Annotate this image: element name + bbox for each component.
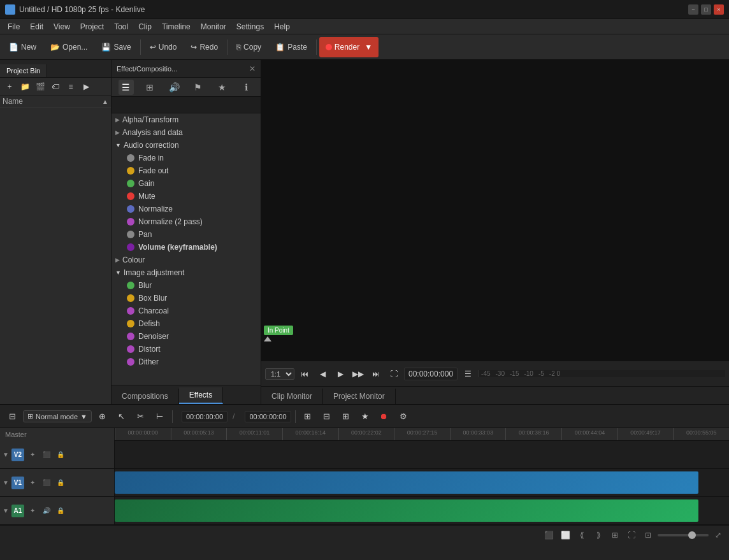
go-to-end-button[interactable]: ⏭ (368, 366, 384, 382)
effect-volume-keyframable[interactable]: Volume (keyframable) (112, 241, 261, 254)
timeline-cut-button[interactable]: ✂ (133, 408, 149, 425)
timeline-footer-btn-3[interactable]: ⟪ (575, 528, 589, 542)
menu-edit[interactable]: Edit (25, 21, 48, 32)
timeline-snap-button[interactable]: ⊞ (300, 408, 316, 425)
track-v1-lock-button[interactable]: 🔒 (55, 477, 66, 489)
timeline-expand-button[interactable]: ⤢ (711, 528, 725, 542)
tab-compositions[interactable]: Compositions (112, 389, 179, 404)
tab-effects[interactable]: Effects (179, 387, 223, 404)
effect-distort[interactable]: Distort (112, 343, 261, 355)
play-button[interactable]: ▶ (333, 366, 348, 382)
copy-button[interactable]: ⎘ Copy (230, 37, 268, 57)
category-alpha-transform[interactable]: ▶ Alpha/Transform (112, 113, 261, 126)
track-v2-collapse-icon[interactable]: ▼ (3, 451, 9, 458)
a1-clip[interactable] (115, 499, 698, 522)
timeline-mode-select[interactable]: ⊞ Normal mode ▼ (23, 410, 92, 422)
effects-star-icon[interactable]: ★ (214, 80, 229, 95)
effects-audio-icon[interactable]: 🔊 (166, 80, 182, 95)
effects-favorite-icon[interactable]: ⚑ (191, 80, 206, 95)
effects-info-icon[interactable]: ℹ (238, 80, 254, 95)
paste-button[interactable]: 📋 Paste (269, 37, 314, 57)
effect-box-blur[interactable]: Box Blur (112, 292, 261, 305)
timeline-settings-button[interactable]: ⚙ (395, 408, 412, 425)
menu-timeline[interactable]: Timeline (157, 21, 196, 32)
undo-button[interactable]: ↩ Undo (143, 37, 184, 57)
menu-file[interactable]: File (3, 21, 25, 32)
go-to-start-button[interactable]: ⏮ (297, 366, 312, 382)
track-a1-lock-button[interactable]: 🔒 (55, 505, 66, 517)
track-v1-record-button[interactable]: ⬛ (41, 477, 52, 489)
tab-project-monitor[interactable]: Project Monitor (323, 389, 396, 404)
tab-clip-monitor[interactable]: Clip Monitor (261, 389, 323, 404)
effect-denoiser[interactable]: Denoiser (112, 330, 261, 343)
fullscreen-button[interactable]: ⛶ (386, 366, 401, 382)
effect-normalize[interactable]: Normalize (112, 203, 261, 215)
track-a1-mute-button[interactable]: 🔊 (41, 505, 52, 517)
menu-help[interactable]: Help (269, 21, 295, 32)
bin-add-button[interactable]: + (3, 80, 17, 94)
bin-clip-button[interactable]: 🎬 (33, 80, 47, 94)
menu-clip[interactable]: Clip (133, 21, 157, 32)
menu-tool[interactable]: Tool (109, 21, 133, 32)
effect-gain[interactable]: Gain (112, 177, 261, 190)
category-image-adjustment[interactable]: ▼ Image adjustment (112, 266, 261, 279)
render-button[interactable]: Render ▼ (319, 37, 379, 57)
effect-dither[interactable]: Dither (112, 355, 261, 368)
timeline-zoom-thumb[interactable] (688, 531, 696, 539)
timeline-fullscreen-button[interactable]: ⛶ (624, 528, 639, 542)
effect-fade-in[interactable]: Fade in (112, 152, 261, 164)
effect-defish[interactable]: Defish (112, 317, 261, 330)
v1-clip[interactable] (115, 471, 698, 494)
timeline-record-button[interactable]: ⏺ (376, 408, 393, 425)
maximize-button[interactable]: □ (701, 4, 711, 15)
timeline-footer-btn-1[interactable]: ⬛ (542, 528, 556, 542)
timeline-footer-btn-2[interactable]: ⬜ (558, 528, 572, 542)
category-analysis-data[interactable]: ▶ Analysis and data (112, 126, 261, 139)
save-button[interactable]: 💾 Save (95, 37, 137, 57)
track-v2-lock-button[interactable]: 🔒 (55, 449, 66, 461)
bin-folder-button[interactable]: 📁 (18, 80, 32, 94)
effect-blur[interactable]: Blur (112, 279, 261, 292)
zoom-select[interactable]: 1:1 1:2 2:1 (265, 368, 294, 380)
timeline-pointer-button[interactable]: ↖ (113, 408, 130, 425)
effect-fade-out[interactable]: Fade out (112, 164, 261, 177)
track-v1-effects-button[interactable]: ✦ (27, 477, 38, 489)
tab-project-bin[interactable]: Project Bin (0, 64, 47, 77)
open-button[interactable]: 📂 Open... (44, 37, 94, 57)
prev-frame-button[interactable]: ◀ (315, 366, 330, 382)
bin-tag-button[interactable]: 🏷 (48, 80, 62, 94)
new-button[interactable]: 📄 New (3, 37, 43, 57)
timeline-insert-button[interactable]: ⊢ (152, 408, 168, 425)
redo-button[interactable]: ↪ Redo (184, 37, 224, 57)
timeline-lock-button[interactable]: ⊟ (319, 408, 335, 425)
track-v1-collapse-icon[interactable]: ▼ (3, 479, 9, 486)
effect-normalize-2pass[interactable]: Normalize (2 pass) (112, 215, 261, 228)
menu-view[interactable]: View (48, 21, 75, 32)
track-v2-record-button[interactable]: ⬛ (41, 449, 52, 461)
next-frame-button[interactable]: ▶▶ (350, 366, 366, 382)
effects-panel-close-button[interactable]: ✕ (249, 64, 256, 73)
bin-settings-button[interactable]: ≡ (64, 80, 78, 94)
timeline-footer-btn-4[interactable]: ⟫ (591, 528, 605, 542)
category-audio-correction[interactable]: ▼ Audio correction (112, 139, 261, 152)
track-a1-effects-button[interactable]: ✦ (27, 505, 38, 517)
minimize-button[interactable]: − (688, 4, 698, 15)
effect-charcoal[interactable]: Charcoal (112, 305, 261, 317)
timeline-footer-btn-5[interactable]: ⊞ (608, 528, 622, 542)
timeline-star-button[interactable]: ★ (357, 408, 373, 425)
timeline-add-track-button[interactable]: ⊕ (94, 408, 111, 425)
effects-search-input[interactable] (115, 101, 257, 109)
effect-pan[interactable]: Pan (112, 228, 261, 241)
bin-more-button[interactable]: ▶ (79, 80, 93, 94)
timeline-zoom-slider[interactable] (658, 534, 709, 536)
menu-settings[interactable]: Settings (231, 21, 269, 32)
menu-project[interactable]: Project (75, 21, 109, 32)
render-dropdown-icon[interactable]: ▼ (362, 43, 372, 52)
effects-grid-view-icon[interactable]: ⊞ (142, 80, 157, 95)
effects-list-view-icon[interactable]: ☰ (119, 80, 134, 95)
track-v2-effects-button[interactable]: ✦ (27, 449, 38, 461)
category-colour[interactable]: ▶ Colour (112, 254, 261, 266)
timeline-group-button[interactable]: ⊞ (338, 408, 354, 425)
preview-settings-button[interactable]: ☰ (460, 366, 475, 382)
timeline-collapse-button[interactable]: ⊟ (4, 408, 20, 425)
